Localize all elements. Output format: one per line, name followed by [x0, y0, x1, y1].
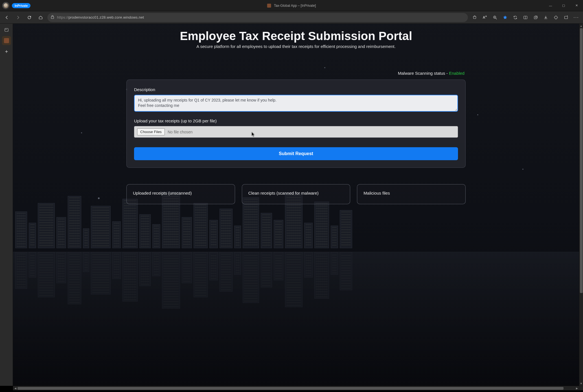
horizontal-scroll-thumb[interactable]	[17, 387, 564, 390]
tab-thumbnail-1[interactable]	[2, 25, 11, 34]
split-screen-icon[interactable]	[521, 13, 530, 22]
favorite-star-icon[interactable]	[501, 13, 510, 22]
shopping-icon[interactable]	[470, 13, 479, 22]
description-label: Description	[134, 87, 458, 92]
page-viewport: Employee Tax Receipt Submission Portal A…	[13, 24, 579, 386]
home-button[interactable]	[36, 13, 45, 22]
malicious-panel: Malicious files	[357, 184, 466, 204]
svg-rect-6	[5, 29, 7, 29]
profile-avatar[interactable]	[2, 2, 10, 9]
submit-request-button[interactable]: Submit Request	[134, 147, 458, 160]
tab-title: Tax-Global App – [InPrivate]	[274, 4, 316, 8]
page-title: Employee Tax Receipt Submission Portal	[126, 29, 466, 43]
address-text: https://prodenvstoracc01.z28.web.core.wi…	[57, 15, 144, 19]
vertical-scroll-thumb[interactable]	[580, 28, 583, 293]
downloads-icon[interactable]	[541, 13, 550, 22]
scroll-down-arrow-icon[interactable]: ▼	[579, 381, 583, 386]
scan-status-row: Malware Scanning status - Enabled	[126, 71, 466, 76]
nav-forward-button[interactable]	[14, 13, 23, 22]
horizontal-scrollbar[interactable]: ◀ ▶	[13, 386, 579, 390]
address-bar[interactable]: https://prodenvstoracc01.z28.web.core.wi…	[47, 13, 468, 22]
svg-rect-0	[51, 17, 54, 19]
choose-files-button[interactable]: Choose Files	[137, 128, 165, 135]
svg-rect-5	[5, 28, 8, 32]
window-minimize-button[interactable]: —	[544, 0, 557, 11]
vertical-tab-strip: ＋	[0, 24, 13, 386]
refresh-button[interactable]	[25, 13, 34, 22]
sync-icon[interactable]	[511, 13, 520, 22]
page-subtitle: A secure platform for all employees to u…	[126, 44, 466, 49]
file-chosen-text: No file chosen	[168, 130, 193, 134]
window-close-button[interactable]: ✕	[570, 0, 583, 11]
scroll-corner	[579, 386, 583, 390]
uploaded-panel-title: Uploaded receipts (unscanned)	[133, 191, 229, 195]
window-titlebar: InPrivate Tax-Global App – [InPrivate] —…	[0, 0, 583, 11]
scroll-right-arrow-icon[interactable]: ▶	[575, 387, 579, 390]
nav-back-button[interactable]	[2, 13, 11, 22]
file-input-wrapper[interactable]: Choose Files No file chosen	[134, 126, 458, 138]
vertical-scrollbar[interactable]: ▲ ▼	[579, 24, 583, 386]
extensions-icon[interactable]	[551, 13, 560, 22]
vertical-scroll-track[interactable]	[579, 28, 583, 381]
uploaded-panel: Uploaded receipts (unscanned)	[126, 184, 235, 204]
tab-thumbnail-active[interactable]	[2, 36, 11, 45]
submission-card: Description Upload your tax receipts (up…	[126, 80, 466, 168]
inprivate-badge: InPrivate	[12, 3, 30, 8]
browser-toolbar: https://prodenvstoracc01.z28.web.core.wi…	[0, 11, 583, 24]
text-size-icon[interactable]: AA	[480, 13, 489, 22]
scan-status-label: Malware Scanning status -	[398, 71, 449, 76]
horizontal-scroll-track[interactable]	[17, 387, 575, 390]
description-input[interactable]	[134, 95, 458, 112]
clean-panel: Clean receipts (scanned for malware)	[242, 184, 350, 204]
clean-panel-title: Clean receipts (scanned for malware)	[248, 191, 344, 195]
scan-status-value: Enabled	[449, 71, 464, 76]
malicious-panel-title: Malicious files	[363, 191, 459, 195]
svg-rect-4	[565, 16, 568, 19]
more-menu-icon[interactable]: ···	[572, 13, 581, 22]
tab-favicon	[267, 4, 271, 8]
screenshot-icon[interactable]	[562, 13, 571, 22]
scroll-left-arrow-icon[interactable]: ◀	[13, 387, 17, 390]
window-maximize-button[interactable]: ▢	[557, 0, 570, 11]
upload-label: Upload your tax receipts (up to 2GB per …	[134, 118, 458, 123]
lock-icon	[51, 15, 54, 20]
collections-icon[interactable]	[531, 13, 540, 22]
zoom-icon[interactable]	[490, 13, 499, 22]
new-tab-button[interactable]: ＋	[2, 47, 11, 56]
scroll-up-arrow-icon[interactable]: ▲	[579, 24, 583, 28]
